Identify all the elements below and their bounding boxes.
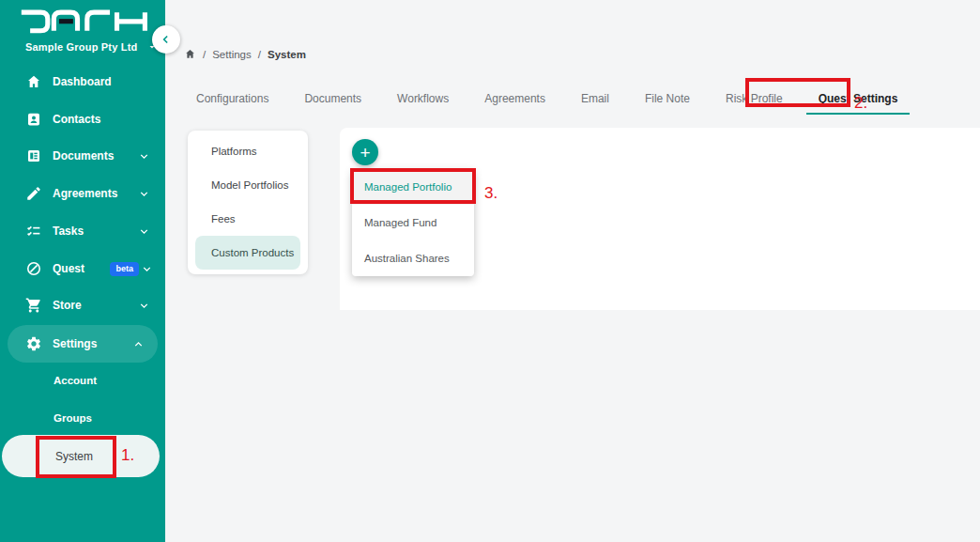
dash-logo-glyphs xyxy=(19,8,150,34)
add-product-menu: Managed Portfolio Managed Fund Australia… xyxy=(352,169,474,276)
breadcrumb-settings[interactable]: Settings xyxy=(212,49,252,60)
sidebar-item-label: Dashboard xyxy=(53,75,112,88)
sidebar-item-account[interactable]: Account xyxy=(0,362,165,399)
chevron-down-icon xyxy=(138,188,150,200)
checklist-icon xyxy=(25,223,42,240)
add-product-button[interactable]: + xyxy=(352,139,378,165)
sidebar-item-contacts[interactable]: Contacts xyxy=(0,101,165,138)
sidebar-item-system[interactable]: System xyxy=(2,435,160,477)
sidebar-item-label: Agreements xyxy=(53,187,117,200)
sub-item-label: Account xyxy=(54,375,97,386)
gear-icon xyxy=(25,335,42,352)
sub-item-label: System xyxy=(55,450,93,463)
sidebar-item-label: Store xyxy=(53,299,82,312)
sidebar-item-quest[interactable]: Quest beta xyxy=(0,250,165,287)
contact-card-icon xyxy=(25,111,42,128)
chevron-down-icon xyxy=(141,263,153,275)
breadcrumb-system: System xyxy=(268,49,306,60)
logo-dash-accent xyxy=(59,19,73,23)
tab-file-note[interactable]: File Note xyxy=(627,83,708,115)
breadcrumb-separator: / xyxy=(258,49,261,60)
tab-configurations[interactable]: Configurations xyxy=(178,83,286,115)
tab-bar: Configurations Documents Workflows Agree… xyxy=(178,83,915,115)
chevron-down-icon xyxy=(138,300,150,312)
sidebar-item-store[interactable]: Store xyxy=(0,286,165,324)
dash-logo: DASH xyxy=(19,8,150,34)
tab-email[interactable]: Email xyxy=(563,83,627,115)
home-icon[interactable] xyxy=(184,48,196,60)
tab-workflows[interactable]: Workflows xyxy=(379,83,467,115)
sidebar-item-tasks[interactable]: Tasks xyxy=(0,212,165,250)
tab-agreements[interactable]: Agreements xyxy=(467,83,563,115)
menu-item-managed-fund[interactable]: Managed Fund xyxy=(352,205,474,240)
sidebar-collapse-button[interactable] xyxy=(152,25,180,54)
sidebar-item-label: Settings xyxy=(53,337,97,350)
menu-item-australian-shares[interactable]: Australian Shares xyxy=(352,240,474,276)
sub-item-label: Groups xyxy=(54,412,92,424)
sidebar-item-documents[interactable]: Documents xyxy=(0,137,165,175)
chevron-down-icon xyxy=(138,225,150,238)
category-fees[interactable]: Fees xyxy=(195,202,300,236)
sidebar-item-agreements[interactable]: Agreements xyxy=(0,175,165,212)
beta-badge: beta xyxy=(110,262,139,276)
chevron-up-icon xyxy=(132,338,145,350)
category-custom-products[interactable]: Custom Products xyxy=(195,236,300,270)
cart-icon xyxy=(25,297,42,314)
category-platforms[interactable]: Platforms xyxy=(195,134,300,168)
category-panel: Platforms Model Portfolios Fees Custom P… xyxy=(188,131,308,274)
breadcrumb: / Settings / System xyxy=(184,48,306,60)
chevron-down-icon xyxy=(138,150,150,163)
sidebar-item-groups[interactable]: Groups xyxy=(0,399,165,437)
app-screen: DASH Sample Group Pty Ltd Dash xyxy=(0,0,980,542)
tab-risk-profile[interactable]: Risk Profile xyxy=(708,83,801,115)
tab-documents[interactable]: Documents xyxy=(286,83,379,115)
sidebar: DASH Sample Group Pty Ltd Dash xyxy=(0,0,165,542)
compass-icon xyxy=(25,260,42,277)
chevron-left-icon xyxy=(160,33,173,46)
breadcrumb-separator: / xyxy=(203,49,206,60)
sidebar-item-label: Documents xyxy=(53,149,114,163)
tab-quest-settings[interactable]: Quest Settings xyxy=(801,83,916,115)
pen-icon xyxy=(25,185,42,202)
sidebar-item-dashboard[interactable]: Dashboard xyxy=(0,63,165,101)
document-icon xyxy=(25,147,42,164)
org-switcher[interactable]: Sample Group Pty Ltd xyxy=(0,39,165,55)
menu-item-managed-portfolio[interactable]: Managed Portfolio xyxy=(352,169,474,205)
org-name: Sample Group Pty Ltd xyxy=(25,41,138,53)
home-icon xyxy=(25,73,42,90)
sidebar-item-label: Tasks xyxy=(53,225,84,238)
sidebar-item-label: Contacts xyxy=(53,113,100,126)
category-model-portfolios[interactable]: Model Portfolios xyxy=(195,168,300,202)
sidebar-item-label: Quest xyxy=(53,262,84,275)
sidebar-item-settings[interactable]: Settings xyxy=(8,325,158,363)
